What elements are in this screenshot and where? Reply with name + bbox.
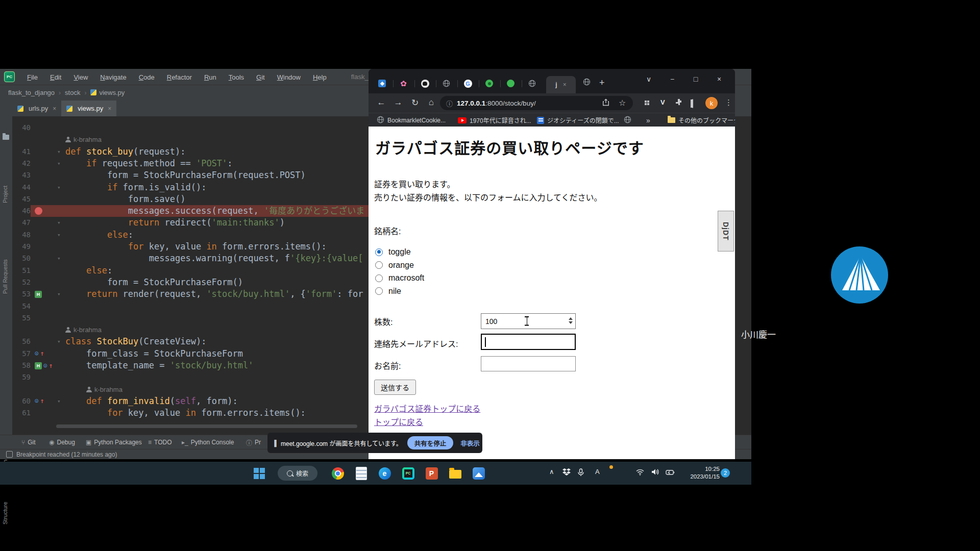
link-stock-top[interactable]: ガラパゴス証券トップに戻る <box>374 402 480 414</box>
taskbar-app-chrome-icon[interactable] <box>331 466 345 480</box>
pinned-tab-globe-icon[interactable] <box>528 79 536 88</box>
link-site-top[interactable]: トップに戻る <box>374 415 423 428</box>
fold-marker-icon[interactable]: ▾ <box>57 288 61 300</box>
breadcrumb-item[interactable]: views.py <box>90 89 125 96</box>
tool-window-python-console[interactable]: ▸_Python Console <box>182 439 234 446</box>
override-icon[interactable]: ⊙ <box>35 397 39 405</box>
pinned-tab-green-icon[interactable] <box>506 79 515 88</box>
fold-marker-icon[interactable]: ▾ <box>57 253 61 264</box>
tool-strip-pull-requests[interactable]: Pull Requests <box>2 259 8 294</box>
stop-sharing-button[interactable]: 共有を停止 <box>407 436 454 449</box>
fold-marker-icon[interactable]: ▾ <box>57 229 61 241</box>
taskbar-app-folder-icon[interactable] <box>448 466 462 480</box>
menu-code[interactable]: Code <box>133 73 161 81</box>
override-icon[interactable]: ⊙ <box>35 350 39 357</box>
quantity-input[interactable]: 100 <box>481 313 576 329</box>
tool-strip-structure[interactable]: Structure <box>2 502 8 524</box>
pinned-tab-app-blue-icon[interactable] <box>378 79 386 88</box>
code-editor[interactable]: 40k-brahma41▾def stock_buy(request):42▾ … <box>12 116 369 435</box>
menu-window[interactable]: Window <box>271 73 307 81</box>
pinned-tab-globe-icon[interactable] <box>442 79 451 88</box>
implement-arrow-icon[interactable]: ↑ <box>40 350 44 357</box>
menu-git[interactable]: Git <box>250 73 271 81</box>
ime-icon[interactable]: A <box>595 468 600 475</box>
site-info-icon[interactable]: ⓘ <box>446 98 453 108</box>
taskbar-search[interactable]: 検索 <box>278 466 317 481</box>
background-tab-globe-icon[interactable] <box>583 78 591 87</box>
new-tab-button[interactable]: + <box>599 78 605 87</box>
breadcrumb-item[interactable]: stock <box>65 89 80 96</box>
menu-help[interactable]: Help <box>307 73 333 81</box>
fold-marker-icon[interactable]: ▾ <box>57 217 61 229</box>
menu-tools[interactable]: Tools <box>223 73 250 81</box>
menu-edit[interactable]: Edit <box>44 73 67 81</box>
taskbar-clock[interactable]: 10:252023/01/15 <box>684 465 720 481</box>
close-icon[interactable]: × <box>712 75 727 83</box>
taskbar-app-pycharm-icon[interactable]: PC <box>401 466 415 480</box>
maximize-icon[interactable]: □ <box>688 75 703 83</box>
menu-refactor[interactable]: Refactor <box>161 73 198 81</box>
email-input[interactable] <box>481 334 576 350</box>
minimize-icon[interactable]: − <box>665 75 680 83</box>
taskbar-app-powerpoint-icon[interactable]: P <box>425 466 438 480</box>
implement-arrow-icon[interactable]: ↑ <box>49 362 53 369</box>
window-menu-icon[interactable]: ∨ <box>641 75 656 83</box>
tool-strip-project[interactable]: Project <box>2 186 8 203</box>
radio-button[interactable] <box>375 274 383 282</box>
bookmark-item[interactable]: ジオシティーズの閉鎖で... <box>537 116 619 124</box>
bookmark-star-icon[interactable]: ☆ <box>619 98 626 108</box>
back-icon[interactable]: ← <box>375 97 388 108</box>
reload-icon[interactable]: ↻ <box>408 97 422 108</box>
wifi-icon[interactable] <box>636 468 644 478</box>
share-icon[interactable] <box>602 98 609 108</box>
menu-run[interactable]: Run <box>198 73 223 81</box>
radio-option-orange[interactable]: orange <box>375 260 414 270</box>
radio-button[interactable] <box>375 261 383 269</box>
close-tab-icon[interactable]: × <box>108 105 111 112</box>
fold-marker-icon[interactable]: ▾ <box>57 395 61 407</box>
close-tab-icon[interactable]: × <box>53 105 56 112</box>
fold-marker-icon[interactable]: ▾ <box>57 146 61 158</box>
implement-arrow-icon[interactable]: ↑ <box>40 397 44 405</box>
django-debug-toolbar-handle[interactable]: DjDT <box>718 211 734 252</box>
radio-button[interactable] <box>375 248 383 256</box>
chrome-menu-icon[interactable]: ⋮ <box>725 98 732 107</box>
menu-view[interactable]: View <box>67 73 94 81</box>
dropbox-icon[interactable] <box>562 468 571 478</box>
editor-horizontal-scrollbar[interactable] <box>56 424 357 428</box>
hide-button[interactable]: 非表示 <box>460 438 480 448</box>
start-button[interactable] <box>252 466 266 480</box>
number-stepper[interactable] <box>569 317 573 324</box>
breadcrumb-item[interactable]: flask_to_django <box>8 89 55 96</box>
home-icon[interactable]: ⌂ <box>425 97 438 108</box>
extensions-puzzle-icon[interactable] <box>675 98 683 108</box>
close-tab-icon[interactable]: × <box>563 81 567 88</box>
fold-marker-icon[interactable]: ▾ <box>57 158 61 169</box>
menu-navigate[interactable]: Navigate <box>94 73 132 81</box>
bookmark-item[interactable]: 1970年代に録音され... <box>458 116 531 124</box>
fold-marker-icon[interactable]: ▾ <box>57 182 61 193</box>
template-link-icon[interactable]: H <box>35 291 42 298</box>
chrome-active-tab[interactable]: j × <box>546 76 576 93</box>
pinned-tab-sakura-icon[interactable]: ✿ <box>399 79 408 88</box>
taskbar-app-photos-icon[interactable] <box>472 466 485 480</box>
radio-option-toggle[interactable]: toggle <box>375 247 411 257</box>
name-input[interactable] <box>481 356 576 371</box>
bookmark-item[interactable] <box>624 116 631 125</box>
radio-option-macrosoft[interactable]: macrosoft <box>375 273 424 283</box>
tool-window-git[interactable]: ⑂Git <box>21 439 36 446</box>
volume-icon[interactable] <box>651 468 659 478</box>
forward-icon[interactable]: → <box>391 97 405 108</box>
editor-tab-urls.py[interactable]: urls.py× <box>12 101 61 116</box>
breakpoint-icon[interactable] <box>35 207 42 215</box>
bookmark-item[interactable]: BookmarkletCookie... <box>377 116 446 125</box>
tool-window-python-packages[interactable]: ▣Python Packages <box>86 439 142 446</box>
taskbar-app-notepad-icon[interactable] <box>354 466 368 480</box>
sidebar-icon[interactable] <box>692 99 693 108</box>
override-icon[interactable]: ⊙ <box>43 362 47 369</box>
editor-tab-views.py[interactable]: views.py× <box>61 101 116 116</box>
bookmarks-overflow-icon[interactable]: » <box>646 116 650 124</box>
chevron-up-icon[interactable]: ∧ <box>549 468 554 475</box>
submit-button[interactable]: 送信する <box>374 380 416 395</box>
tool-window-pr[interactable]: ⓘPr <box>246 438 261 447</box>
